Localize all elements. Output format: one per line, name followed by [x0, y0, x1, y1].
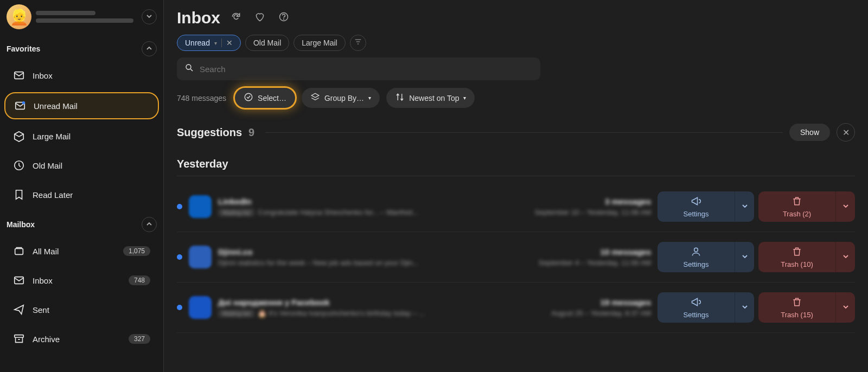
- sidebar-item-archive[interactable]: Archive 327: [4, 326, 159, 351]
- trash-action: Trash (2): [758, 191, 855, 222]
- filter-chip-unread[interactable]: Unread ▾ ✕: [177, 35, 241, 51]
- sidebar-item-label: Large Mail: [33, 132, 150, 141]
- trash-icon: [792, 246, 802, 259]
- settings-dropdown-button[interactable]: [735, 242, 754, 272]
- chevron-down-icon: [843, 303, 849, 312]
- svg-point-2: [22, 101, 25, 105]
- unread-dot-icon: [177, 305, 182, 310]
- settings-action: Settings: [658, 191, 754, 222]
- chevron-down-icon: ▾: [463, 95, 466, 101]
- megaphone-icon: [691, 196, 701, 209]
- trash-icon: [792, 196, 802, 209]
- inbox-icon: [13, 69, 25, 81]
- sidebar-item-old-mail[interactable]: Old Mail: [4, 153, 159, 178]
- date-range: August 25 – Yesterday, 8:37 AM: [551, 309, 651, 317]
- chevron-down-icon: [843, 252, 849, 262]
- settings-dropdown-button[interactable]: [735, 191, 754, 222]
- select-label: Select…: [258, 94, 286, 102]
- settings-button[interactable]: Settings: [658, 191, 735, 222]
- select-button[interactable]: Select…: [235, 88, 295, 108]
- trash-label: Trash (2): [783, 210, 811, 218]
- sender-name: Djinni.co: [218, 247, 252, 256]
- settings-dropdown-button[interactable]: [735, 292, 754, 323]
- sidebar-item-all-mail[interactable]: All Mail 1,075: [4, 239, 159, 264]
- sidebar-item-large-mail[interactable]: Large Mail: [4, 124, 159, 149]
- filter-options-button[interactable]: [350, 35, 366, 51]
- avatar[interactable]: 👱: [7, 4, 31, 29]
- favorites-collapse-button[interactable]: [142, 41, 157, 56]
- mail-row[interactable]: Дні народження у Facebook 19 messages Ma…: [177, 283, 855, 333]
- message-count: 19 messages: [601, 298, 651, 307]
- trash-action: Trash (10): [758, 242, 855, 272]
- settings-label: Settings: [684, 260, 709, 268]
- mail-row[interactable]: Djinni.co 10 messages Djinni statistics …: [177, 232, 855, 283]
- chip-separator: [221, 39, 222, 47]
- trash-button[interactable]: Trash (15): [758, 292, 835, 323]
- favorite-button[interactable]: [252, 10, 268, 26]
- user-icon: [691, 246, 701, 259]
- refresh-button[interactable]: [228, 10, 244, 26]
- chevron-down-icon: [146, 12, 152, 22]
- favorites-section-header: Favorites: [0, 34, 163, 61]
- bookmark-icon: [13, 189, 25, 201]
- count-badge: 1,075: [123, 246, 150, 256]
- unread-mail-icon: [14, 100, 26, 112]
- subject-preview: Mailing list🎂 It's Veronika Ivanyushchen…: [218, 309, 425, 317]
- old-mail-icon: [13, 159, 25, 171]
- sent-icon: [13, 304, 25, 316]
- settings-button[interactable]: Settings: [658, 292, 735, 323]
- sidebar-item-unread-mail[interactable]: Unread Mail: [4, 92, 159, 119]
- group-header-yesterday: Yesterday: [164, 150, 868, 176]
- sender-avatar: [189, 246, 212, 268]
- action-group: Settings Trash (15): [658, 292, 855, 323]
- sort-label: Newest on Top: [409, 94, 459, 102]
- mailbox-collapse-button[interactable]: [142, 217, 157, 232]
- sidebar-item-inbox-mb[interactable]: Inbox 748: [4, 268, 159, 293]
- trash-button[interactable]: Trash (10): [758, 242, 835, 272]
- trash-action: Trash (15): [758, 292, 855, 323]
- filter-icon: [354, 37, 362, 48]
- sort-button[interactable]: Newest on Top ▾: [386, 88, 475, 108]
- chevron-down-icon: ▾: [214, 40, 217, 46]
- show-suggestions-button[interactable]: Show: [789, 124, 830, 141]
- group-by-button[interactable]: Group By… ▾: [302, 88, 380, 108]
- help-icon: [278, 11, 289, 24]
- megaphone-icon: [691, 297, 701, 310]
- large-mail-icon: [13, 130, 25, 142]
- trash-dropdown-button[interactable]: [835, 292, 855, 323]
- search-bar[interactable]: [177, 57, 540, 80]
- close-suggestions-button[interactable]: ✕: [837, 123, 855, 142]
- filter-chip-old-mail[interactable]: Old Mail: [245, 35, 289, 51]
- chevron-down-icon: [843, 202, 849, 211]
- chevron-down-icon: [742, 202, 748, 211]
- trash-dropdown-button[interactable]: [835, 191, 855, 222]
- chip-label: Large Mail: [302, 39, 337, 47]
- svg-point-11: [694, 248, 698, 252]
- mail-list[interactable]: LinkedIn 3 messages Mailing listCongratu…: [164, 182, 868, 372]
- account-expand-button[interactable]: [142, 9, 157, 24]
- settings-button[interactable]: Settings: [658, 242, 735, 272]
- sidebar-item-label: Archive: [33, 335, 121, 344]
- layers-icon: [310, 92, 320, 104]
- help-button[interactable]: [276, 10, 292, 26]
- filter-chip-large-mail[interactable]: Large Mail: [293, 35, 345, 51]
- chip-label: Unread: [185, 39, 210, 47]
- trash-button[interactable]: Trash (2): [758, 191, 835, 222]
- mail-row[interactable]: LinkedIn 3 messages Mailing listCongratu…: [177, 182, 855, 232]
- sender-avatar: [189, 296, 212, 319]
- trash-icon: [792, 297, 802, 310]
- chevron-down-icon: [742, 252, 748, 262]
- count-badge: 327: [129, 334, 150, 344]
- filter-chips-row: Unread ▾ ✕ Old Mail Large Mail: [164, 33, 868, 57]
- svg-point-8: [284, 19, 284, 20]
- trash-dropdown-button[interactable]: [835, 242, 855, 272]
- search-input[interactable]: [200, 65, 533, 74]
- sidebar: 👱 Favorites Inbox Unread Mail: [0, 0, 164, 372]
- sidebar-item-inbox[interactable]: Inbox: [4, 63, 159, 88]
- chip-remove-icon[interactable]: ✕: [226, 39, 233, 47]
- settings-action: Settings: [658, 292, 754, 323]
- sidebar-item-read-later[interactable]: Read Later: [4, 182, 159, 207]
- toolbar-row: 748 messages Select… Group By… ▾ Newest …: [164, 88, 868, 118]
- divider: [177, 176, 855, 176]
- sidebar-item-sent[interactable]: Sent: [4, 297, 159, 322]
